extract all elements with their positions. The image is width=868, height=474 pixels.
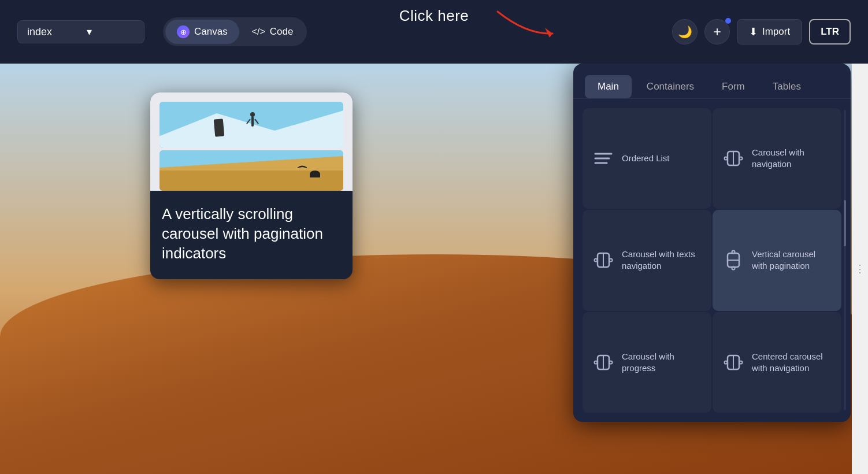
dark-mode-button[interactable]: 🌙 — [672, 19, 698, 45]
code-label: Code — [270, 26, 294, 38]
centered-carousel-icon — [723, 352, 744, 373]
svg-point-24 — [732, 267, 735, 270]
carousel-navigation-icon — [723, 148, 744, 169]
vertical-carousel-icon — [723, 250, 744, 271]
component-carousel-navigation-label: Carousel with navigation — [752, 147, 831, 171]
far-right-bar: ⋮ — [852, 64, 868, 474]
tab-main-label: Main — [598, 81, 619, 92]
import-label: Import — [762, 26, 790, 38]
plus-button-wrapper: + — [704, 19, 730, 45]
panel-scrollbar-thumb — [844, 200, 846, 246]
plus-icon: + — [713, 24, 721, 40]
arrow-annotation — [492, 6, 561, 43]
topbar: Click here index ▾ ⊕ Canvas </> Code 🌙 + — [0, 0, 868, 64]
component-inner: Ordered List — [593, 148, 670, 169]
tab-main[interactable]: Main — [585, 75, 632, 98]
click-here-label: Click here — [399, 7, 469, 25]
component-ordered-list[interactable]: Ordered List — [583, 108, 711, 209]
components-grid: Ordered List Carousel with navigation — [573, 99, 851, 422]
page-selector-arrow: ▾ — [87, 25, 92, 38]
panel-tabs: Main Containers Form Tables — [573, 64, 851, 99]
component-inner: Vertical carousel with pagination — [723, 249, 831, 272]
component-inner: Carousel with progress — [593, 351, 701, 375]
component-carousel-texts-navigation-label: Carousel with texts navigation — [622, 249, 701, 272]
preview-card-text: A vertically scrolling carousel with pag… — [150, 191, 353, 279]
tab-form[interactable]: Form — [709, 75, 758, 98]
import-button[interactable]: ⬇ Import — [737, 19, 802, 45]
component-vertical-carousel-pagination-label: Vertical carousel with pagination — [752, 249, 831, 272]
component-panel: Main Containers Form Tables — [573, 64, 851, 422]
svg-point-32 — [740, 361, 743, 364]
tab-tables[interactable]: Tables — [760, 75, 814, 98]
preview-card: A vertically scrolling carousel with pag… — [150, 92, 353, 279]
component-centered-carousel-navigation-label: Centered carousel with navigation — [752, 351, 831, 375]
notification-dot — [725, 18, 731, 24]
svg-point-16 — [740, 157, 743, 160]
mode-switcher: ⊕ Canvas </> Code — [163, 17, 307, 46]
ltr-label: LTR — [821, 26, 839, 37]
svg-point-19 — [595, 259, 598, 262]
component-centered-carousel-navigation[interactable]: Centered carousel with navigation — [713, 312, 841, 413]
canvas-label: Canvas — [194, 26, 228, 38]
code-mode-button[interactable]: </> Code — [240, 20, 305, 43]
svg-point-31 — [725, 361, 728, 364]
preview-image-bottom — [159, 150, 343, 191]
canvas-icon: ⊕ — [177, 25, 190, 38]
tab-containers-label: Containers — [647, 81, 694, 92]
component-vertical-carousel-pagination[interactable]: Vertical carousel with pagination — [713, 210, 841, 310]
tab-form-label: Form — [722, 81, 745, 92]
import-icon: ⬇ — [749, 25, 758, 38]
svg-point-15 — [725, 157, 728, 160]
page-selector[interactable]: index ▾ — [17, 20, 144, 43]
component-carousel-texts-navigation[interactable]: Carousel with texts navigation — [583, 210, 711, 310]
resize-handle: ⋮ — [855, 262, 865, 275]
component-carousel-progress-label: Carousel with progress — [622, 351, 701, 375]
ltr-button[interactable]: LTR — [809, 19, 851, 45]
component-inner: Carousel with texts navigation — [593, 249, 701, 272]
svg-point-27 — [595, 361, 598, 364]
carousel-progress-icon — [593, 352, 614, 373]
component-ordered-list-label: Ordered List — [622, 153, 670, 164]
svg-point-20 — [610, 259, 613, 262]
carousel-texts-navigation-icon — [593, 250, 614, 271]
svg-rect-3 — [251, 116, 254, 127]
moon-icon: 🌙 — [678, 25, 692, 39]
component-inner: Centered carousel with navigation — [723, 351, 831, 375]
main-content: A vertically scrolling carousel with pag… — [0, 64, 868, 474]
tab-tables-label: Tables — [773, 81, 801, 92]
code-icon: </> — [252, 27, 265, 37]
tab-containers[interactable]: Containers — [634, 75, 707, 98]
preview-description: A vertically scrolling carousel with pag… — [162, 205, 341, 263]
component-carousel-progress[interactable]: Carousel with progress — [583, 312, 711, 413]
svg-point-23 — [732, 251, 735, 254]
preview-images — [150, 92, 353, 191]
list-icon — [593, 148, 614, 169]
page-name: index — [27, 26, 52, 38]
component-carousel-navigation[interactable]: Carousel with navigation — [713, 108, 841, 209]
svg-rect-8 — [159, 171, 343, 191]
component-inner: Carousel with navigation — [723, 147, 831, 171]
topbar-right: 🌙 + ⬇ Import LTR — [672, 19, 851, 45]
svg-point-28 — [610, 361, 613, 364]
panel-scrollbar[interactable] — [844, 110, 846, 410]
preview-image-top — [159, 102, 343, 148]
canvas-mode-button[interactable]: ⊕ Canvas — [165, 20, 239, 44]
svg-point-4 — [250, 112, 255, 117]
